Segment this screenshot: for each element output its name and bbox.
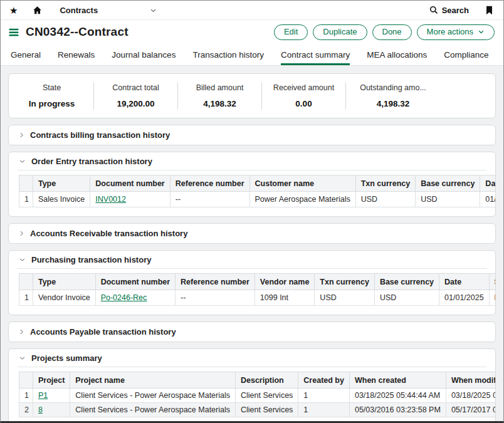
title-bar: CN0342--Contract Edit Duplicate Done Mor… — [1, 20, 503, 44]
stat-received-amount: Received amount 0.00 — [262, 83, 345, 108]
more-actions-button[interactable]: More actions — [417, 24, 495, 40]
section-projects-summary: Projects summary Project Project name De… — [8, 348, 496, 422]
tab-bar: General Renewals Journal balances Transa… — [1, 44, 503, 66]
section-header-order-entry[interactable]: Order Entry transaction history — [9, 152, 495, 170]
favorite-star-icon[interactable]: ★ — [9, 6, 18, 15]
purchasing-table: Type Document number Reference number Ve… — [19, 273, 496, 306]
section-accounts-payable: Accounts Payable transaction history — [8, 321, 496, 342]
chevron-right-icon — [19, 230, 24, 237]
section-order-entry: Order Entry transaction history Type Doc… — [8, 152, 496, 217]
tab-journal-balances[interactable]: Journal balances — [112, 50, 176, 65]
stat-outstanding-amount: Outstanding amo... 4,198.32 — [346, 83, 440, 108]
table-row: 1 Sales Invoice INV0012 -- Power Aerospa… — [19, 191, 496, 207]
stat-billed-amount: Billed amount 4,198.32 — [178, 83, 261, 108]
table-row: 1 Vendor Invoice Po-0246-Rec -- 1099 Int… — [19, 290, 496, 305]
home-icon[interactable] — [33, 6, 42, 15]
chevron-down-icon — [19, 159, 26, 164]
section-header-purchasing[interactable]: Purchasing transaction history — [9, 251, 495, 268]
project-link[interactable]: 8 — [38, 405, 43, 414]
section-contracts-billing: Contracts billing transaction history — [8, 125, 496, 145]
chevron-down-icon — [19, 257, 26, 263]
summary-stats-card: State In progress Contract total 19,200.… — [8, 73, 496, 118]
chevron-down-icon — [478, 28, 485, 35]
search-label: Search — [442, 6, 469, 15]
table-row: 2 8 Client Services - Power Aerospace Ma… — [19, 402, 496, 417]
document-number-link[interactable]: INV0012 — [95, 195, 126, 204]
section-header-accounts-receivable[interactable]: Accounts Receivable transaction history — [9, 224, 495, 243]
stat-contract-total: Contract total 19,200.00 — [94, 83, 177, 108]
chevron-down-icon — [19, 355, 26, 361]
tab-general[interactable]: General — [11, 50, 41, 65]
section-purchasing: Purchasing transaction history Type Docu… — [8, 250, 496, 315]
edit-button[interactable]: Edit — [274, 24, 308, 40]
app-window: ★ Contracts Search CN0342--Contract Edit… — [0, 0, 504, 423]
search-icon — [429, 6, 438, 14]
bookmark-icon[interactable] — [485, 6, 493, 15]
table-header-row: Project Project name Description Created… — [19, 372, 496, 388]
nav-label: Contracts — [60, 6, 98, 15]
table-header-row: Type Document number Reference number Ve… — [19, 273, 496, 290]
tab-compliance[interactable]: Compliance — [444, 50, 488, 65]
projects-table: Project Project name Description Created… — [19, 372, 496, 417]
section-accounts-receivable: Accounts Receivable transaction history — [8, 223, 496, 244]
search-button[interactable]: Search — [429, 6, 469, 15]
project-link[interactable]: P1 — [38, 391, 48, 400]
top-bar: ★ Contracts Search — [1, 1, 503, 20]
table-header-row: Type Document number Reference number Cu… — [19, 175, 496, 191]
record-list-icon[interactable] — [8, 27, 19, 38]
section-header-projects-summary[interactable]: Projects summary — [9, 349, 495, 367]
content-area: State In progress Contract total 19,200.… — [1, 66, 503, 422]
chevron-down-icon — [150, 7, 157, 14]
contracts-nav-dropdown[interactable]: Contracts — [60, 6, 157, 15]
page-title: CN0342--Contract — [26, 25, 129, 39]
table-row: 1 P1 Client Services - Power Aerospace M… — [19, 388, 496, 402]
done-button[interactable]: Done — [372, 24, 412, 40]
tab-transaction-history[interactable]: Transaction history — [192, 50, 264, 65]
chevron-right-icon — [19, 132, 24, 138]
section-header-accounts-payable[interactable]: Accounts Payable transaction history — [9, 322, 495, 342]
tab-renewals[interactable]: Renewals — [58, 50, 95, 65]
document-number-link[interactable]: Po-0246-Rec — [101, 293, 147, 302]
order-entry-table: Type Document number Reference number Cu… — [19, 175, 496, 207]
chevron-right-icon — [19, 328, 24, 335]
stat-state: State In progress — [10, 83, 93, 108]
section-header-contracts-billing[interactable]: Contracts billing transaction history — [9, 125, 495, 145]
tab-contract-summary[interactable]: Contract summary — [281, 50, 350, 65]
tab-mea-allocations[interactable]: MEA allocations — [367, 50, 427, 65]
duplicate-button[interactable]: Duplicate — [313, 24, 367, 40]
